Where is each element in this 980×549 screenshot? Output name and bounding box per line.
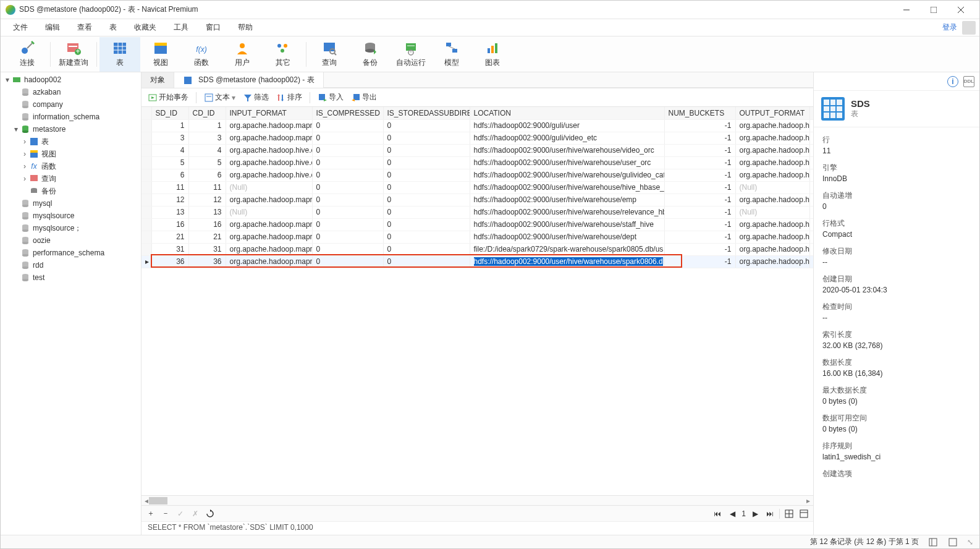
col-header[interactable]: CD_ID — [188, 107, 226, 119]
ddl-icon[interactable]: DDL — [963, 76, 974, 87]
tree-db[interactable]: ▾metastore — [1, 123, 141, 135]
menu-file[interactable]: 文件 — [4, 20, 36, 35]
svg-marker-87 — [277, 94, 280, 96]
grid-view[interactable] — [784, 508, 795, 519]
tree-db[interactable]: mysqlsource； — [1, 222, 141, 234]
col-header[interactable]: LOCATION — [470, 107, 664, 119]
table-row[interactable]: 16 16 org.apache.hadoop.mapr 0 0 hdfs://… — [142, 218, 813, 231]
table-row[interactable]: 21 21 org.apache.hadoop.mapr 0 0 hdfs://… — [142, 231, 813, 243]
svg-rect-37 — [488, 48, 490, 53]
login-link[interactable]: 登录 — [937, 20, 962, 35]
add-record[interactable]: ＋ — [145, 508, 156, 519]
table-row[interactable]: 31 31 org.apache.hadoop.mapr 0 0 file:/D… — [142, 243, 813, 255]
export-action[interactable]: 导出 — [351, 92, 377, 103]
grid-mode-icon[interactable] — [927, 537, 939, 548]
menu-tools[interactable]: 工具 — [165, 20, 197, 35]
nav-first[interactable]: ⏮ — [712, 508, 723, 519]
col-header[interactable]: SD_ID — [151, 107, 188, 119]
tree-funcs[interactable]: ›fx函数 — [1, 160, 141, 172]
tree-db[interactable]: rdd — [1, 259, 141, 271]
table-row[interactable]: 5 5 org.apache.hadoop.hive.c 0 0 hdfs://… — [142, 156, 813, 169]
table-row[interactable]: 4 4 org.apache.hadoop.hive.c 0 0 hdfs://… — [142, 144, 813, 156]
tree-backups[interactable]: 备份 — [1, 185, 141, 197]
tree-db[interactable]: test — [1, 271, 141, 284]
table-row[interactable]: 3 3 org.apache.hadoop.mapr 0 0 hdfs://ha… — [142, 132, 813, 144]
close-button[interactable] — [947, 1, 974, 19]
tree-db[interactable]: company — [1, 98, 141, 111]
text-mode[interactable]: 文本▾ — [204, 92, 235, 103]
table-row[interactable]: ▸ 36 36 org.apache.hadoop.mapr 0 0 hdfs:… — [142, 255, 813, 268]
menu-view[interactable]: 查看 — [69, 20, 101, 35]
maximize-button[interactable] — [920, 1, 947, 19]
tool-connect[interactable]: 连接 — [7, 37, 48, 72]
tree-db[interactable]: oozie — [1, 234, 141, 247]
horizontal-scrollbar[interactable]: ◂ ▸ — [142, 495, 813, 505]
tree-db[interactable]: azkaban — [1, 86, 141, 98]
table-row[interactable]: 6 6 org.apache.hadoop.hive.c 0 0 hdfs://… — [142, 169, 813, 181]
scroll-thumb[interactable] — [149, 497, 167, 504]
menu-help[interactable]: 帮助 — [229, 20, 261, 35]
database-icon — [20, 87, 30, 97]
apply-record[interactable]: ✓ — [175, 508, 186, 519]
tree-views[interactable]: ›视图 — [1, 148, 141, 160]
menu-window[interactable]: 窗口 — [197, 20, 229, 35]
col-header[interactable]: NUM_BUCKETS — [664, 107, 735, 119]
svg-rect-11 — [114, 43, 126, 54]
tree-db[interactable]: information_schema — [1, 111, 141, 123]
tree-queries[interactable]: ›查询 — [1, 172, 141, 185]
svg-marker-93 — [352, 99, 355, 101]
table-row[interactable]: 11 11 (Null) 0 0 hdfs://hadoop002:9000/u… — [142, 181, 813, 194]
nav-last[interactable]: ⏭ — [764, 508, 775, 519]
svg-rect-98 — [800, 510, 808, 517]
minimize-button[interactable] — [893, 1, 920, 19]
menu-fav[interactable]: 收藏夹 — [125, 20, 165, 35]
detail-mode-icon[interactable] — [947, 537, 958, 548]
tab-objects[interactable]: 对象 — [142, 72, 174, 88]
tree-tables[interactable]: ›表 — [1, 135, 141, 148]
tool-table[interactable]: 表 — [99, 37, 140, 72]
table-row[interactable]: 1 1 org.apache.hadoop.mapr 0 0 hdfs://ha… — [142, 119, 813, 132]
tree-db[interactable]: performance_schema — [1, 247, 141, 259]
form-view[interactable] — [798, 508, 809, 519]
begin-transaction[interactable]: 开始事务 — [148, 92, 188, 103]
tool-func[interactable]: f(x)函数 — [181, 37, 222, 72]
nav-prev[interactable]: ◀ — [727, 508, 738, 519]
tool-autorun[interactable]: 自动运行 — [391, 37, 431, 72]
svg-rect-55 — [30, 150, 38, 153]
col-header[interactable]: INPUT_FORMAT — [226, 107, 312, 119]
tool-chart[interactable]: 图表 — [472, 37, 513, 72]
tab-sds[interactable]: SDS @metastore (hadoop002) - 表 — [174, 72, 324, 88]
sort-action[interactable]: 排序 — [276, 92, 302, 103]
tool-view[interactable]: 视图 — [140, 37, 181, 72]
refresh[interactable] — [205, 508, 216, 519]
tree-connection[interactable]: ▾hadoop002 — [1, 74, 141, 86]
tool-user[interactable]: 用户 — [222, 37, 263, 72]
cancel-record[interactable]: ✗ — [190, 508, 201, 519]
col-header[interactable]: IS_STOREDASSUBDIRECT — [383, 107, 470, 119]
menu-edit[interactable]: 编辑 — [36, 20, 69, 35]
info-icon[interactable]: i — [947, 76, 958, 87]
connection-tree[interactable]: ▾hadoop002 azkabancompanyinformation_sch… — [1, 72, 142, 535]
tool-query[interactable]: 查询 — [309, 37, 350, 72]
svg-text:+: + — [75, 47, 80, 56]
table-row[interactable]: 13 13 (Null) 0 0 hdfs://hadoop002:9000/u… — [142, 206, 813, 218]
avatar[interactable] — [962, 21, 976, 35]
menu-table[interactable]: 表 — [101, 20, 125, 35]
tool-backup[interactable]: 备份 — [350, 37, 391, 72]
filter-action[interactable]: 筛选 — [243, 92, 269, 103]
property-row: 行格式Compact — [814, 215, 979, 242]
col-header[interactable]: IS_COMPRESSED — [312, 107, 383, 119]
tree-db[interactable]: mysqlsource — [1, 210, 141, 222]
col-header[interactable]: OUTPUT_FORMAT — [735, 107, 809, 119]
tool-other[interactable]: 其它 — [263, 37, 303, 72]
nav-next[interactable]: ▶ — [750, 508, 761, 519]
data-grid[interactable]: SD_IDCD_IDINPUT_FORMATIS_COMPRESSEDIS_ST… — [142, 107, 813, 495]
import-action[interactable]: 导入 — [318, 92, 344, 103]
tool-model[interactable]: 模型 — [431, 37, 472, 72]
tree-db[interactable]: mysql — [1, 197, 141, 210]
tool-newquery[interactable]: +新建查询 — [53, 37, 94, 72]
scroll-right-icon[interactable]: ▸ — [803, 496, 813, 505]
delete-record[interactable]: － — [160, 508, 171, 519]
svg-text:f(x): f(x) — [196, 45, 206, 54]
table-row[interactable]: 12 12 org.apache.hadoop.mapr 0 0 hdfs://… — [142, 194, 813, 206]
